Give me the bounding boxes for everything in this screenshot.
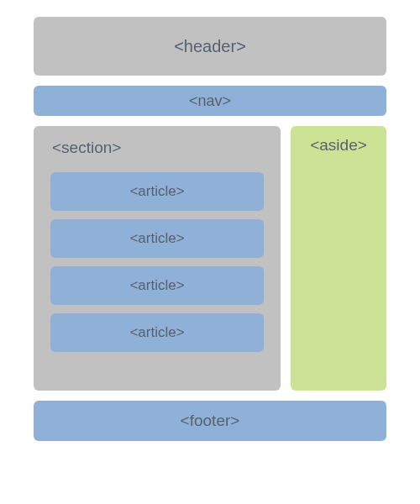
article-block: <article> xyxy=(50,313,264,352)
article-block: <article> xyxy=(50,172,264,211)
section-block: <section> <article> <article> <article> … xyxy=(34,126,281,391)
footer-label: <footer> xyxy=(181,412,240,430)
article-label: <article> xyxy=(129,324,184,341)
article-label: <article> xyxy=(129,277,184,294)
header-label: <header> xyxy=(174,37,246,56)
article-block: <article> xyxy=(50,219,264,258)
aside-label: <aside> xyxy=(310,136,367,155)
layout-container: <header> <nav> <section> <article> <arti… xyxy=(34,17,386,441)
nav-label: <nav> xyxy=(189,92,231,110)
article-label: <article> xyxy=(129,230,184,247)
middle-row: <section> <article> <article> <article> … xyxy=(34,126,386,391)
aside-block: <aside> xyxy=(291,126,386,391)
header-block: <header> xyxy=(34,17,386,76)
article-block: <article> xyxy=(50,266,264,305)
article-label: <article> xyxy=(129,183,184,200)
nav-block: <nav> xyxy=(34,86,386,116)
section-label: <section> xyxy=(45,136,128,164)
footer-block: <footer> xyxy=(34,401,386,441)
